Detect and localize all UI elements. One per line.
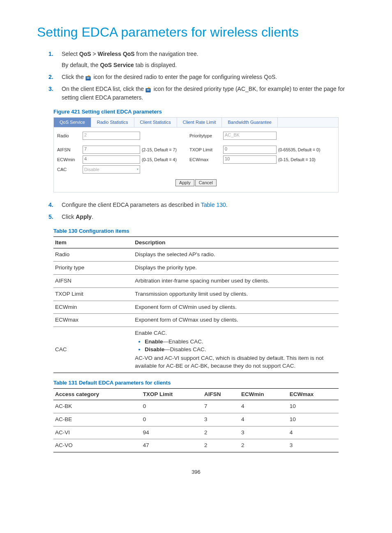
table-row-cac: CAC Enable CAC. Enable—Enables CAC. Disa… — [53, 327, 339, 373]
step-text: Select — [62, 51, 79, 57]
table-row: AC-BE03410 — [53, 413, 339, 426]
apply-text: Apply — [76, 213, 92, 220]
table-131-caption: Table 131 Default EDCA parameters for cl… — [53, 380, 355, 386]
cac-disable-bullet: Disable—Disables CAC. — [145, 346, 337, 354]
step-text: . — [92, 213, 93, 220]
config-icon — [85, 74, 92, 80]
ecwmin-input[interactable]: 4 — [83, 155, 140, 164]
table-row: AC-BK07410 — [53, 400, 339, 413]
col-ecwmax: ECWmax — [288, 388, 339, 400]
figure-screenshot: QoS Service Radio Statistics Client Stat… — [53, 117, 339, 192]
col-ecwmin: ECWmin — [240, 388, 288, 400]
step-text: from the navigation tree. — [135, 51, 198, 57]
menu-wireless-qos: Wireless QoS — [98, 51, 135, 57]
ecwmax-input[interactable]: 10 — [223, 155, 277, 164]
step-2: Click the icon for the desired radio to … — [62, 73, 355, 81]
table-row: RadioDisplays the selected AP's radio. — [53, 248, 339, 262]
aifsn-hint: (2-15, Default = 7) — [142, 148, 187, 152]
cac-select[interactable]: Disable ▾ — [83, 165, 140, 174]
col-txop-limit: TXOP Limit — [141, 388, 203, 400]
step-4: Configure the client EDCA parameters as … — [62, 201, 355, 209]
step-text: > — [91, 51, 98, 57]
svg-rect-2 — [87, 78, 90, 79]
table-row: TXOP LimitTransmission opportunity limit… — [53, 287, 339, 301]
step-3: On the client EDCA list, click the icon … — [62, 85, 355, 102]
chevron-down-icon: ▾ — [137, 168, 138, 171]
step-text: icon for the desired radio to enter the … — [92, 74, 277, 80]
aifsn-label: AIFSN — [56, 148, 81, 152]
step-1-sub: By default, the QoS Service tab is displ… — [62, 61, 355, 70]
menu-qos: QoS — [79, 51, 91, 57]
col-access-category: Access category — [53, 388, 141, 400]
cac-label: CAC — [56, 167, 81, 172]
txop-hint: (0-65535, Default = 0) — [278, 148, 332, 152]
ecwmax-label: ECWmax — [189, 158, 221, 162]
step-text: Click the — [62, 74, 85, 80]
step-text: . — [226, 202, 228, 208]
tab-client-rate-limit[interactable]: Client Rate Limit — [177, 118, 222, 127]
radio-field: 2 — [83, 132, 140, 140]
step-1: Select QoS > Wireless QoS from the navig… — [62, 50, 355, 70]
aifsn-input[interactable]: 7 — [83, 146, 140, 154]
cancel-button[interactable]: Cancel — [195, 179, 217, 186]
form-panel: Radio 2 Prioritytype AC_BK AIFSN 7 (2-15… — [53, 127, 339, 192]
table-row: ECWminExponent form of CWmin used by cli… — [53, 301, 339, 314]
txop-input[interactable]: 0 — [223, 146, 277, 154]
table-130: Item Description RadioDisplays the selec… — [53, 236, 339, 373]
cac-intro: Enable CAC. — [135, 329, 337, 337]
procedure-list-cont: Configure the client EDCA parameters as … — [37, 201, 355, 221]
cac-note: AC-VO and AC-VI support CAC, which is di… — [135, 355, 337, 370]
step-text: Click — [62, 213, 76, 220]
figure-caption: Figure 421 Setting client EDCA parameter… — [53, 109, 355, 115]
cac-enable-bullet: Enable—Enables CAC. — [145, 338, 337, 346]
radio-label: Radio — [56, 134, 81, 138]
ecwmin-hint: (0-15, Default = 4) — [142, 158, 187, 162]
col-description: Description — [133, 237, 339, 248]
svg-rect-1 — [87, 77, 90, 78]
prioritytype-field: AC_BK — [223, 132, 277, 140]
ecwmin-label: ECWmin — [56, 158, 81, 162]
procedure-list: Select QoS > Wireless QoS from the navig… — [37, 50, 355, 102]
tab-radio-statistics[interactable]: Radio Statistics — [91, 118, 134, 127]
table-130-link[interactable]: Table 130 — [201, 202, 226, 208]
svg-rect-5 — [147, 90, 150, 90]
col-item: Item — [53, 237, 133, 248]
prioritytype-label: Prioritytype — [189, 134, 221, 138]
table-row: AC-VO47223 — [53, 439, 339, 452]
ecwmax-hint: (0-15, Default = 10) — [278, 158, 332, 162]
table-130-caption: Table 130 Configuration items — [53, 228, 355, 234]
cac-select-value: Disable — [84, 167, 99, 172]
config-icon — [145, 86, 152, 92]
step-text: By default, the — [62, 62, 100, 68]
step-text: tab is displayed. — [134, 62, 177, 68]
svg-rect-4 — [147, 89, 150, 90]
page-title: Setting EDCA parameters for wireless cli… — [37, 25, 355, 40]
step-5: Click Apply. — [62, 213, 355, 221]
step-text: Configure the client EDCA parameters as … — [62, 202, 201, 208]
apply-button[interactable]: Apply — [175, 179, 194, 186]
col-aifsn: AIFSN — [203, 388, 240, 400]
table-row: AIFSNArbitration inter-frame spacing num… — [53, 274, 339, 287]
tab-client-statistics[interactable]: Client Statistics — [134, 118, 177, 127]
table-row: AC-VI94234 — [53, 426, 339, 439]
tab-bandwidth-guarantee[interactable]: Bandwidth Guarantee — [222, 118, 277, 127]
table-row: Priority typeDisplays the priority type. — [53, 261, 339, 274]
tab-qos-service[interactable]: QoS Service — [54, 118, 91, 127]
tab-name-qos-service: QoS Service — [100, 62, 134, 68]
page-number: 396 — [37, 469, 355, 475]
table-row: ECWmaxExponent form of CWmax used by cli… — [53, 314, 339, 327]
table-131: Access category TXOP Limit AIFSN ECWmin … — [53, 388, 339, 453]
tab-bar: QoS Service Radio Statistics Client Stat… — [53, 117, 339, 127]
step-text: On the client EDCA list, click the — [62, 86, 145, 92]
txop-label: TXOP Limit — [189, 148, 221, 152]
